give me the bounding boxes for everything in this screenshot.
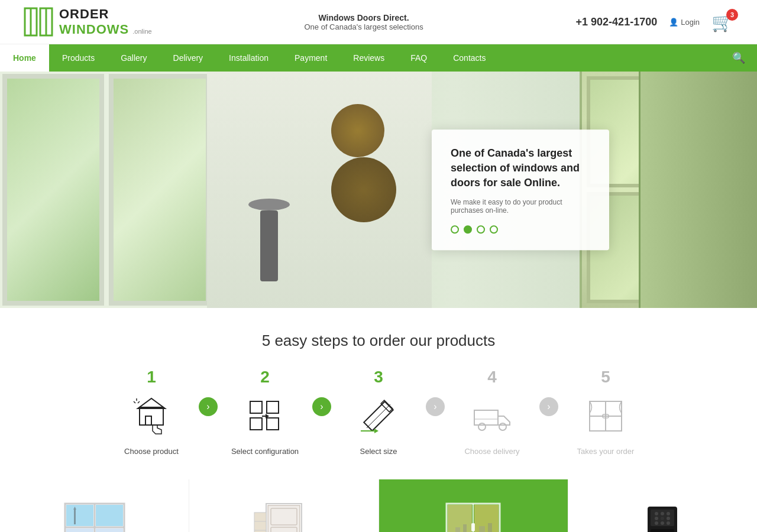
svg-rect-6: [145, 416, 151, 425]
window-pane-2: [109, 74, 211, 306]
logo-text: ORDER WINDOWS .online: [59, 7, 152, 37]
step-1-number: 1: [147, 368, 156, 387]
tagline2: One of Canada's largest selections: [304, 22, 423, 31]
step-4-label: Choose delivery: [464, 447, 519, 456]
hero-info-card: One of Canada's largest selection of win…: [432, 129, 609, 250]
category-hardware-img: [627, 498, 698, 532]
phone-number: +1 902-421-1700: [576, 16, 658, 28]
svg-rect-13: [267, 418, 279, 430]
nav-contacts[interactable]: Contacts: [440, 44, 499, 72]
step-4-number: 4: [487, 368, 497, 387]
svg-rect-12: [267, 401, 279, 413]
logo[interactable]: ORDER WINDOWS .online: [24, 7, 152, 37]
step-2-number: 2: [260, 368, 270, 387]
nav-payment[interactable]: Payment: [282, 44, 340, 72]
step-5-number: 5: [601, 368, 610, 387]
category-patio-doors[interactable]: Patio doors: [379, 479, 568, 532]
step-3-label: Select size: [360, 447, 397, 456]
header-taglines: Windows Doors Direct. One of Canada's la…: [304, 13, 423, 31]
svg-point-60: [661, 512, 664, 515]
steps-title: 5 easy steps to order our products: [0, 332, 757, 350]
svg-rect-54: [463, 524, 467, 532]
step-3: 3 Select size: [331, 368, 426, 456]
step-4-icon: [468, 392, 516, 440]
hero-section: One of Canada's largest selection of win…: [0, 72, 757, 308]
nav-reviews[interactable]: Reviews: [340, 44, 397, 72]
cart-badge: 3: [726, 9, 738, 21]
svg-point-66: [661, 521, 664, 525]
svg-rect-51: [471, 523, 475, 531]
svg-rect-39: [268, 505, 300, 532]
nav-gallery[interactable]: Gallery: [108, 44, 160, 72]
svg-point-64: [667, 517, 670, 520]
step-4: 4 Choose delivery: [445, 368, 539, 456]
login-label: Login: [681, 18, 700, 27]
categories-row: Window Entry doors: [0, 479, 757, 532]
step-arrow-circle-2: ›: [312, 397, 331, 416]
svg-rect-32: [66, 505, 93, 526]
nav-installation[interactable]: Installation: [216, 44, 282, 72]
login-link[interactable]: 👤 Login: [669, 18, 700, 27]
step-2-icon: [241, 392, 289, 440]
category-entry-doors[interactable]: Entry doors: [189, 479, 378, 532]
step-2-label: Select configuration: [231, 447, 299, 456]
svg-rect-11: [250, 418, 262, 430]
header: ORDER WINDOWS .online Windows Doors Dire…: [0, 0, 757, 44]
svg-rect-21: [474, 410, 498, 425]
svg-rect-53: [455, 527, 460, 532]
hero-dot-2[interactable]: [464, 225, 472, 233]
svg-rect-55: [479, 526, 485, 532]
nav-delivery[interactable]: Delivery: [160, 44, 216, 72]
main-nav: Home Products Gallery Delivery Installat…: [0, 44, 757, 72]
header-right: +1 902-421-1700 👤 Login 🛒 3: [576, 12, 733, 33]
hero-card-title: One of Canada's largest selection of win…: [451, 146, 590, 191]
nav-faq[interactable]: FAQ: [397, 44, 440, 72]
cart-button[interactable]: 🛒 3: [711, 12, 733, 33]
search-button[interactable]: 🔍: [720, 51, 757, 64]
logo-online-text: .online: [132, 28, 151, 35]
nav-home[interactable]: Home: [0, 44, 49, 72]
hero-dot-4[interactable]: [490, 225, 498, 233]
svg-line-9: [138, 401, 140, 403]
step-arrow-4: ›: [539, 397, 558, 416]
svg-marker-20: [374, 429, 378, 433]
steps-section: 5 easy steps to order our products 1: [0, 308, 757, 479]
step-arrow-2: ›: [312, 397, 331, 416]
category-entry-doors-img: [248, 498, 319, 532]
logo-order-text: ORDER: [59, 7, 152, 22]
category-hardware[interactable]: Hardware: [568, 479, 757, 532]
svg-rect-56: [488, 523, 492, 532]
step-1: 1 Choose product: [104, 368, 199, 456]
svg-point-67: [667, 521, 670, 525]
hero-dots: [451, 225, 590, 233]
hero-background: [0, 72, 757, 308]
svg-point-23: [499, 423, 506, 430]
svg-rect-68: [651, 529, 674, 532]
step-1-label: Choose product: [124, 447, 179, 456]
hero-card-subtitle: We make it easy to do your product purch…: [451, 198, 590, 215]
hero-dot-1[interactable]: [451, 225, 459, 233]
hero-dot-3[interactable]: [477, 225, 485, 233]
nav-products[interactable]: Products: [49, 44, 108, 72]
logo-icon: [24, 7, 53, 37]
hero-center-area: [207, 72, 432, 308]
step-arrow-circle-4: ›: [539, 397, 558, 416]
category-patio-doors-img: [438, 498, 509, 532]
svg-rect-10: [250, 401, 262, 413]
tagline1: Windows Doors Direct.: [304, 13, 423, 22]
svg-point-59: [655, 512, 658, 515]
svg-point-22: [478, 423, 486, 430]
hero-windows-left: [0, 72, 213, 308]
category-window[interactable]: Window: [0, 479, 189, 532]
svg-rect-34: [66, 528, 93, 532]
svg-rect-50: [474, 505, 499, 532]
logo-windows-text: WINDOWS: [59, 22, 129, 37]
step-1-icon: [128, 392, 175, 440]
step-arrow-1: ›: [199, 397, 218, 416]
svg-rect-43: [254, 512, 266, 532]
user-icon: 👤: [669, 18, 678, 27]
svg-rect-36: [74, 510, 76, 524]
step-3-number: 3: [374, 368, 383, 387]
category-window-img: [59, 498, 130, 532]
step-2: 2 Select configuration: [218, 368, 312, 456]
